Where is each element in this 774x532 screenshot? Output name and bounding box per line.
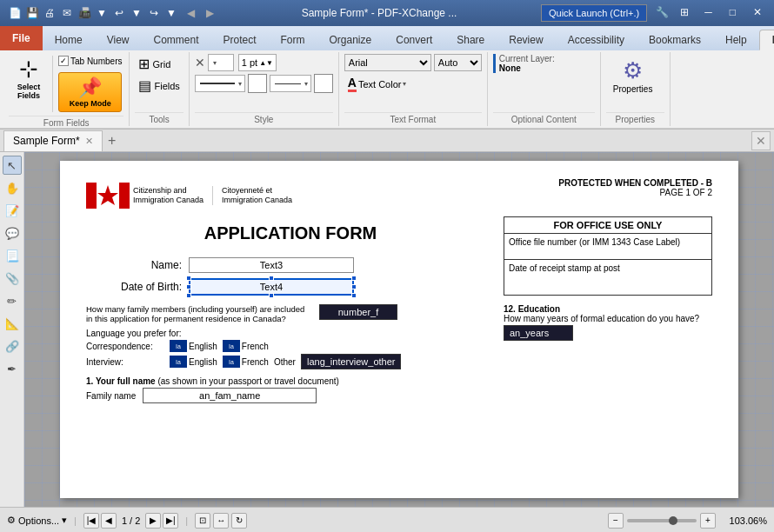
handle-tl[interactable] (186, 276, 191, 281)
interview-other-field[interactable]: lang_interview_other (301, 354, 402, 369)
date-receipt-field[interactable]: Date of receipt stamp at post (504, 260, 711, 295)
document-tab[interactable]: Sample Form* ✕ (3, 130, 103, 151)
handle-br[interactable] (351, 293, 357, 298)
tab-help[interactable]: Help (713, 30, 759, 50)
zoom-out-button[interactable]: − (608, 513, 624, 529)
fit-width-button[interactable]: ↔ (213, 513, 229, 529)
undo-icon[interactable]: ↩ (111, 5, 127, 21)
rotate-button[interactable]: ↻ (231, 513, 247, 529)
first-page-button[interactable]: |◀ (83, 513, 99, 529)
properties-button[interactable]: ⚙ Properties (606, 54, 660, 97)
print-icon[interactable]: 🖨 (42, 5, 57, 21)
fields-button[interactable]: ▤ Fields (135, 76, 183, 96)
tool-sign[interactable]: ✏ (3, 291, 22, 310)
last-page-button[interactable]: ▶| (163, 513, 178, 529)
tool-form[interactable]: 📝 (3, 201, 22, 220)
name-field[interactable]: Text3 (189, 257, 354, 273)
education-field[interactable]: an_years (504, 325, 573, 341)
fit-page-button[interactable]: ⊡ (195, 513, 210, 529)
tab-comment[interactable]: Comment (141, 30, 210, 50)
tab-protect[interactable]: Protect (211, 30, 269, 50)
font-select[interactable]: Arial (344, 54, 431, 71)
svg-text:Ia: Ia (229, 343, 234, 349)
border-style-dropdown[interactable]: ▾ (270, 75, 311, 92)
fill-color-swatch[interactable] (248, 74, 267, 93)
tool-edit[interactable]: ✒ (3, 359, 22, 378)
tab-file[interactable]: File (0, 26, 43, 50)
handle-tc[interactable] (269, 276, 274, 281)
grid-button[interactable]: ⊞ Grid (135, 54, 183, 74)
text-color-dropdown-arrow[interactable]: ▾ (403, 80, 406, 88)
handle-tr[interactable] (351, 276, 357, 281)
text-color-button[interactable]: A Text Color ▾ (344, 74, 410, 94)
back-icon[interactable]: ◀ (183, 5, 198, 21)
handle-mr[interactable] (351, 284, 357, 289)
tool-comment[interactable]: 💬 (3, 223, 22, 243)
style-dropdown1[interactable]: ▾ (208, 54, 234, 71)
qat-more-icon[interactable]: ▼ (94, 5, 110, 21)
tab-bookmarks[interactable]: Bookmarks (637, 30, 713, 50)
next-page-button[interactable]: ▶ (145, 513, 161, 529)
handle-ml[interactable] (186, 284, 191, 289)
tab-home[interactable]: Home (43, 30, 95, 50)
zoom-slider[interactable] (627, 519, 697, 522)
maximize-button[interactable]: □ (724, 4, 741, 22)
app-title: APPLICATION FORM (86, 223, 495, 243)
titlebar: 📄 💾 🖨 ✉ 📠 ▼ ↩ ▼ ↪ ▼ ◀ ▶ Sample Form* - P… (0, 0, 774, 26)
prev-page-button[interactable]: ◀ (101, 513, 117, 529)
border-color-swatch[interactable] (314, 74, 333, 93)
undo-dropdown-icon[interactable]: ▼ (129, 5, 144, 21)
doc-tab-close[interactable]: ✕ (85, 136, 93, 147)
tab-review[interactable]: Review (497, 30, 555, 50)
redo-icon[interactable]: ↪ (146, 5, 162, 21)
interview-english-item[interactable]: Ia English (170, 356, 217, 368)
line-style-dropdown[interactable]: ▾ (195, 75, 245, 92)
tab-organize[interactable]: Organize (317, 30, 384, 50)
tool-stamp[interactable]: 📃 (3, 246, 22, 265)
tab-accessibility[interactable]: Accessibility (556, 30, 637, 50)
handle-bl[interactable] (186, 293, 191, 298)
thickness-control[interactable]: 1 pt ▲▼ (238, 54, 277, 71)
form-field-icons: 📌 Keep Mode (58, 72, 122, 112)
redo-dropdown-icon[interactable]: ▼ (163, 5, 179, 21)
options-label: Options... (18, 515, 59, 526)
forward-icon[interactable]: ▶ (202, 5, 217, 21)
close-button[interactable]: ✕ (748, 4, 767, 22)
tool-link[interactable]: 🔗 (3, 336, 22, 356)
corr-english-item[interactable]: Ia English (170, 340, 217, 352)
select-fields-button[interactable]: ⊹ SelectFields (9, 54, 49, 102)
grid-view-icon[interactable]: ⊞ (677, 4, 692, 20)
zoom-in-button[interactable]: + (700, 513, 716, 529)
interview-french-item[interactable]: Ia French (223, 356, 269, 368)
search-box[interactable]: Quick Launch (Ctrl+.) (541, 4, 647, 22)
options-button[interactable]: ⚙ Options... ▾ (7, 515, 67, 526)
family-name-field[interactable]: an_fam_name (143, 388, 317, 403)
tab-form[interactable]: Form (269, 30, 317, 50)
scan-icon[interactable]: 📠 (77, 5, 92, 21)
close-window-button[interactable]: ✕ (751, 131, 771, 150)
keep-mode-button[interactable]: 📌 Keep Mode (58, 72, 122, 112)
name-label: Name: (86, 259, 182, 271)
tool-hand[interactable]: ✋ (3, 178, 22, 197)
minimize-button[interactable]: ─ (699, 4, 717, 22)
email-icon[interactable]: ✉ (59, 5, 75, 21)
size-select[interactable]: Auto (434, 54, 482, 71)
thickness-spinner[interactable]: ▲▼ (259, 59, 273, 67)
tool-attach[interactable]: 📎 (3, 269, 22, 288)
new-tab-button[interactable]: + (103, 131, 122, 150)
tab-share[interactable]: Share (444, 30, 497, 50)
tools-icon[interactable]: 🔧 (654, 4, 670, 20)
tab-numbers-checkbox[interactable]: ✓ Tab Numbers (58, 56, 122, 66)
tab-convert[interactable]: Convert (384, 30, 444, 50)
office-file-number-field[interactable]: Office file number (or IMM 1343 Case Lab… (504, 234, 711, 260)
tool-measure[interactable]: 📐 (3, 314, 22, 333)
zoom-thumb[interactable] (669, 516, 677, 525)
tab-view[interactable]: View (95, 30, 142, 50)
tool-select[interactable]: ↖ (3, 156, 22, 175)
family-field[interactable]: number_f (319, 304, 397, 320)
corr-french-item[interactable]: Ia French (223, 340, 269, 352)
handle-bc[interactable] (269, 293, 274, 298)
save-icon[interactable]: 💾 (24, 5, 40, 21)
close-x-icon[interactable]: ✕ (195, 56, 205, 70)
tab-format[interactable]: Format (759, 30, 774, 50)
